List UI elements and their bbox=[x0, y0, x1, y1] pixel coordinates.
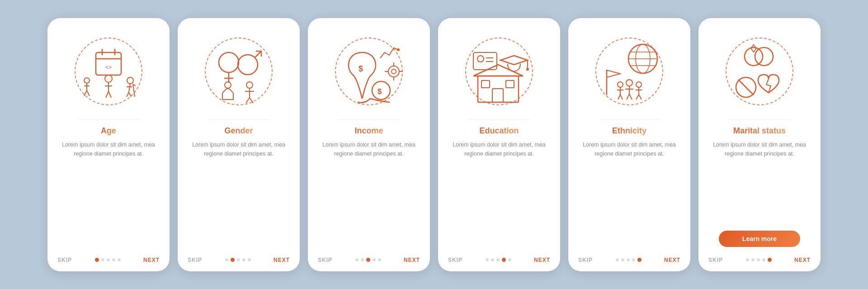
svg-point-36 bbox=[397, 48, 400, 51]
next-label-education[interactable]: NEXT bbox=[534, 257, 550, 263]
svg-point-68 bbox=[626, 80, 632, 86]
learn-more-button[interactable]: Learn more bbox=[719, 231, 801, 247]
card-body-marital: Lorem ipsum dolor sit dim amet, mea regi… bbox=[708, 140, 811, 223]
dots-age bbox=[95, 258, 121, 262]
svg-point-37 bbox=[388, 66, 399, 77]
skip-label-income[interactable]: SKIP bbox=[318, 257, 332, 263]
svg-marker-80 bbox=[751, 45, 756, 52]
dots-ethnicity bbox=[616, 258, 642, 262]
card-body-income: Lorem ipsum dolor sit dim amet, mea regi… bbox=[318, 140, 420, 245]
icon-area-education bbox=[458, 31, 540, 112]
dot-2 bbox=[366, 258, 370, 262]
svg-point-15 bbox=[127, 77, 133, 84]
dot-0 bbox=[616, 258, 619, 261]
svg-rect-45 bbox=[492, 89, 503, 102]
next-label-marital[interactable]: NEXT bbox=[794, 257, 811, 263]
dot-0 bbox=[486, 258, 489, 261]
dot-0 bbox=[355, 258, 359, 261]
dots-gender bbox=[225, 258, 251, 262]
dot-1 bbox=[101, 258, 104, 261]
icon-area-income: $ $ bbox=[328, 31, 410, 112]
dot-1 bbox=[491, 258, 494, 261]
svg-line-32 bbox=[250, 98, 253, 103]
dot-2 bbox=[627, 258, 630, 261]
svg-line-67 bbox=[620, 95, 623, 99]
card-footer-gender: SKIP NEXT bbox=[188, 253, 290, 263]
svg-rect-47 bbox=[506, 81, 514, 88]
svg-line-26 bbox=[255, 51, 261, 57]
svg-line-31 bbox=[246, 98, 250, 103]
dots-education bbox=[486, 258, 511, 262]
education-icon bbox=[461, 35, 538, 108]
dot-2 bbox=[757, 258, 760, 261]
dot-4 bbox=[637, 258, 642, 262]
next-label-age[interactable]: NEXT bbox=[143, 257, 160, 263]
svg-line-9 bbox=[87, 90, 90, 96]
svg-line-72 bbox=[629, 94, 632, 99]
card-footer-income: SKIP NEXT bbox=[318, 253, 420, 263]
dot-1 bbox=[231, 258, 235, 262]
svg-rect-46 bbox=[481, 81, 490, 88]
skip-label-age[interactable]: SKIP bbox=[57, 257, 72, 263]
next-label-ethnicity[interactable]: NEXT bbox=[664, 257, 680, 263]
next-label-gender[interactable]: NEXT bbox=[274, 257, 290, 263]
card-title-age: Age bbox=[101, 126, 116, 136]
card-ethnicity: Ethnicity Lorem ipsum dolor sit dim amet… bbox=[568, 18, 690, 271]
dot-1 bbox=[361, 258, 364, 261]
svg-point-10 bbox=[105, 75, 112, 82]
gender-icon bbox=[203, 35, 275, 108]
svg-line-8 bbox=[84, 90, 87, 96]
skip-label-education[interactable]: SKIP bbox=[448, 257, 462, 263]
next-label-income[interactable]: NEXT bbox=[404, 257, 420, 263]
dots-marital bbox=[746, 258, 772, 262]
card-title-marital: Marital status bbox=[733, 126, 786, 136]
svg-point-28 bbox=[246, 82, 253, 88]
income-icon: $ $ bbox=[330, 35, 407, 108]
svg-point-25 bbox=[238, 55, 258, 75]
card-education: Education Lorem ipsum dolor sit dim amet… bbox=[438, 18, 560, 271]
card-marital: Marital status Lorem ipsum dolor sit dim… bbox=[698, 18, 821, 271]
age-icon: <> bbox=[72, 35, 145, 108]
ethnicity-icon bbox=[591, 34, 668, 109]
dot-0 bbox=[225, 258, 228, 261]
svg-line-82 bbox=[738, 80, 754, 95]
icon-area-gender bbox=[198, 31, 279, 112]
svg-line-76 bbox=[636, 95, 639, 99]
svg-point-5 bbox=[84, 78, 90, 83]
cards-container: <> bbox=[29, 5, 839, 285]
svg-line-18 bbox=[127, 92, 129, 97]
card-footer-age: SKIP NEXT bbox=[57, 253, 160, 263]
dot-4 bbox=[378, 258, 381, 261]
svg-line-77 bbox=[639, 95, 642, 99]
svg-point-27 bbox=[225, 82, 231, 88]
dot-3 bbox=[632, 258, 635, 261]
icon-area-marital bbox=[719, 31, 800, 112]
svg-line-13 bbox=[106, 91, 108, 98]
dot-3 bbox=[762, 258, 765, 261]
skip-label-gender[interactable]: SKIP bbox=[188, 257, 202, 263]
card-title-education: Education bbox=[479, 126, 519, 136]
svg-point-79 bbox=[755, 47, 773, 66]
svg-point-53 bbox=[477, 56, 484, 62]
svg-text:$: $ bbox=[359, 64, 363, 73]
dot-0 bbox=[746, 258, 749, 261]
dot-4 bbox=[248, 258, 251, 261]
dot-3 bbox=[373, 258, 376, 261]
skip-label-ethnicity[interactable]: SKIP bbox=[578, 257, 593, 263]
dots-income bbox=[355, 258, 381, 262]
card-body-ethnicity: Lorem ipsum dolor sit dim amet, mea regi… bbox=[578, 140, 680, 245]
dot-3 bbox=[502, 258, 506, 262]
svg-rect-0 bbox=[96, 52, 121, 75]
dot-2 bbox=[107, 258, 110, 261]
dot-4 bbox=[508, 258, 511, 261]
dot-1 bbox=[621, 258, 624, 261]
card-body-age: Lorem ipsum dolor sit dim amet, mea regi… bbox=[57, 140, 160, 245]
dot-3 bbox=[242, 258, 245, 261]
svg-point-38 bbox=[392, 69, 396, 74]
svg-point-73 bbox=[636, 82, 642, 87]
icon-area-age: <> bbox=[68, 31, 149, 112]
icon-area-ethnicity bbox=[589, 31, 670, 112]
svg-point-51 bbox=[526, 68, 529, 71]
card-title-ethnicity: Ethnicity bbox=[612, 126, 646, 136]
skip-label-marital[interactable]: SKIP bbox=[708, 257, 723, 263]
